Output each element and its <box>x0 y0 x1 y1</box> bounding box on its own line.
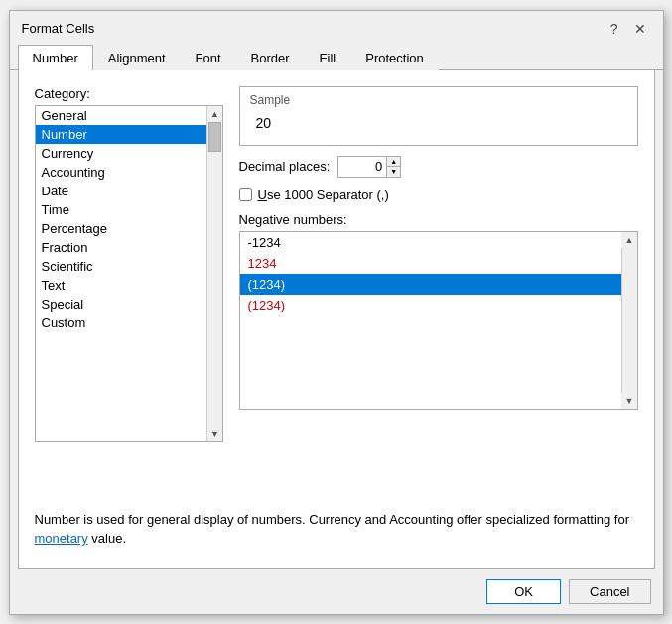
scroll-up-button[interactable]: ▲ <box>207 106 223 122</box>
tab-bar: Number Alignment Font Border Fill Protec… <box>10 45 663 70</box>
cat-fraction[interactable]: Fraction <box>36 238 206 257</box>
neg-item-2[interactable]: (1234) <box>240 274 621 295</box>
cat-date[interactable]: Date <box>36 182 206 200</box>
decimal-spinner: ▲ ▼ <box>337 156 401 178</box>
cat-time[interactable]: Time <box>36 200 206 219</box>
decimal-label: Decimal places: <box>239 159 331 174</box>
category-list[interactable]: General Number Currency Accounting Date … <box>35 105 223 442</box>
decimal-row: Decimal places: ▲ ▼ <box>239 156 638 178</box>
scroll-track <box>207 122 222 426</box>
tab-content: Category: General Number Currency Accoun… <box>18 70 655 569</box>
category-scrollbar: ▲ ▼ <box>206 106 222 441</box>
scroll-thumb <box>208 122 221 152</box>
neg-item-1[interactable]: 1234 <box>240 253 621 274</box>
neg-item-3[interactable]: (1234) <box>240 295 621 315</box>
separator-checkbox[interactable] <box>239 188 252 201</box>
separator-label[interactable]: Use 1000 Separator (,) <box>258 187 389 202</box>
neg-scroll-down[interactable]: ▼ <box>621 393 637 409</box>
tab-alignment[interactable]: Alignment <box>93 45 181 70</box>
description-text: Number is used for general display of nu… <box>35 512 630 527</box>
neg-scroll-up[interactable]: ▲ <box>621 232 637 248</box>
right-panel: Sample 20 Decimal places: ▲ ▼ <box>239 86 638 500</box>
title-bar: Format Cells ? ✕ <box>10 11 663 43</box>
help-button[interactable]: ? <box>605 19 623 39</box>
sample-value: 20 <box>250 111 627 135</box>
tab-fill[interactable]: Fill <box>305 45 351 70</box>
cat-text[interactable]: Text <box>36 276 206 295</box>
cat-percentage[interactable]: Percentage <box>36 219 206 238</box>
description-area: Number is used for general display of nu… <box>35 500 638 553</box>
left-panel: Category: General Number Currency Accoun… <box>35 86 223 500</box>
cancel-button[interactable]: Cancel <box>569 579 650 604</box>
dialog-footer: OK Cancel <box>10 569 663 614</box>
description-link: monetary <box>35 531 88 546</box>
category-list-inner: General Number Currency Accounting Date … <box>36 106 206 332</box>
ok-button[interactable]: OK <box>486 579 561 604</box>
neg-scrollbar: ▲ ▼ <box>621 232 637 409</box>
cat-accounting[interactable]: Accounting <box>36 163 206 182</box>
category-label: Category: <box>35 86 223 101</box>
sample-label: Sample <box>250 93 627 107</box>
spinner-buttons: ▲ ▼ <box>387 156 401 178</box>
cat-special[interactable]: Special <box>36 295 206 313</box>
scroll-down-button[interactable]: ▼ <box>207 426 223 441</box>
neg-item-0[interactable]: -1234 <box>240 232 621 253</box>
negative-numbers-list-wrap: -1234 1234 (1234) (1234) ▲ ▼ <box>239 231 638 410</box>
tab-border[interactable]: Border <box>236 45 305 70</box>
cat-custom[interactable]: Custom <box>36 313 206 332</box>
separator-row: Use 1000 Separator (,) <box>239 187 638 202</box>
negative-numbers-section: Negative numbers: -1234 1234 (1234) (123… <box>239 212 638 410</box>
negative-numbers-list[interactable]: -1234 1234 (1234) (1234) <box>240 232 621 409</box>
close-button[interactable]: ✕ <box>629 19 651 39</box>
cat-currency[interactable]: Currency <box>36 144 206 163</box>
cat-number[interactable]: Number <box>36 125 206 144</box>
spin-down-button[interactable]: ▼ <box>387 167 400 177</box>
decimal-input[interactable] <box>337 156 387 178</box>
tab-protection[interactable]: Protection <box>350 45 439 70</box>
sample-box: Sample 20 <box>239 86 638 146</box>
description-text-end: value. <box>88 531 126 546</box>
title-controls: ? ✕ <box>605 19 651 39</box>
cat-general[interactable]: General <box>36 106 206 125</box>
negative-numbers-label: Negative numbers: <box>239 212 638 227</box>
main-area: Category: General Number Currency Accoun… <box>35 86 638 500</box>
tab-font[interactable]: Font <box>181 45 236 70</box>
neg-scroll-track <box>622 248 637 393</box>
cat-scientific[interactable]: Scientific <box>36 257 206 276</box>
tab-number[interactable]: Number <box>18 45 93 70</box>
dialog-title: Format Cells <box>22 21 95 36</box>
format-cells-dialog: Format Cells ? ✕ Number Alignment Font B… <box>9 10 664 615</box>
spin-up-button[interactable]: ▲ <box>387 157 400 167</box>
